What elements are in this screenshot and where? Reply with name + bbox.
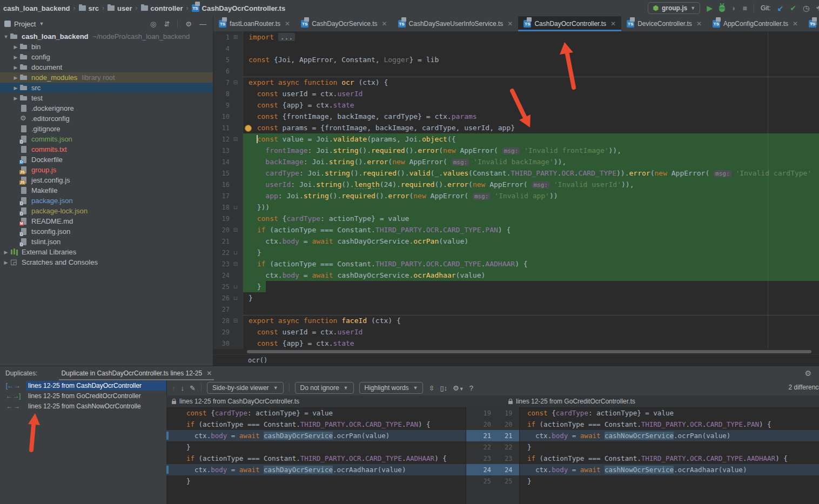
stop-button[interactable]: ■	[742, 4, 747, 12]
editor-tab[interactable]: TSDeviceController.ts✕	[621, 16, 707, 31]
run-button[interactable]: ▶	[707, 4, 713, 12]
tree-row[interactable]: MREADME.md	[0, 216, 213, 226]
tree-row[interactable]: Makefile	[0, 185, 213, 196]
breadcrumb-item[interactable]: cash_loan_backend	[3, 4, 70, 12]
tree-row[interactable]: ▶src	[0, 83, 213, 93]
tab-close-icon[interactable]: ✕	[382, 20, 387, 28]
fold-marker-icon[interactable]: ⊟	[230, 227, 241, 233]
rollback-button[interactable]: ⟲	[816, 4, 819, 12]
debug-button[interactable]	[719, 5, 725, 12]
editor-line[interactable]: 9 const {app} = ctx.state	[213, 99, 819, 111]
breadcrumb-item[interactable]: TSCashDayOcrController.ts	[192, 4, 286, 12]
editor-tab[interactable]: TSCashDaySaveUserInfoService.ts✕	[393, 16, 519, 31]
fold-marker-icon[interactable]: ⊟	[230, 318, 241, 324]
git-commit-button[interactable]: ✔	[790, 4, 796, 12]
tree-row[interactable]: .gitignore	[0, 124, 213, 134]
editor-line[interactable]: 6	[213, 65, 819, 77]
fold-marker-icon[interactable]: ⊔	[230, 295, 241, 301]
tree-row[interactable]: ▶document	[0, 62, 213, 72]
tree-row[interactable]: DDockerfile	[0, 154, 213, 165]
editor-line[interactable]: 5const {Joi, AppError, Constant, Logger}…	[213, 54, 819, 65]
fold-marker-icon[interactable]: ⊞	[230, 34, 241, 40]
tab-close-icon[interactable]: ✕	[793, 20, 798, 28]
editor-line[interactable]: 1⊞import ...	[213, 31, 819, 43]
editor-line[interactable]: 4	[213, 43, 819, 54]
tree-row[interactable]: ▶node_moduleslibrary root	[0, 72, 213, 83]
tree-expand-arrow[interactable]: ▶	[12, 85, 19, 91]
collapse-unchanged-icon[interactable]: ⇳	[428, 384, 434, 392]
editor-line[interactable]: 11 const params = {frontImage, backImage…	[213, 122, 819, 133]
fold-marker-icon[interactable]: ⊟	[230, 79, 241, 85]
diff-left-pane[interactable]: const {cardType: actionType} = valueif (…	[166, 407, 466, 504]
fold-marker-icon[interactable]: ⊟	[230, 136, 241, 142]
tree-row[interactable]: {}package-lock.json	[0, 206, 213, 216]
coverage-button[interactable]: ◗	[731, 4, 736, 12]
editor-line[interactable]: 18⊔ }))	[213, 201, 819, 213]
tree-row[interactable]: {}package.json	[0, 196, 213, 206]
fold-marker-icon[interactable]: ⊔	[230, 204, 241, 210]
project-tool-window-button[interactable]: Project ▼	[0, 20, 44, 28]
editor-line[interactable]: 23⊟ if (actionType === Constant.THIRD_PA…	[213, 258, 819, 270]
editor-line[interactable]: 21 ctx.body = await cashDayOcrService.oc…	[213, 236, 819, 247]
tree-row[interactable]: ▶Scratches and Consoles	[0, 257, 213, 267]
tab-close-icon[interactable]: ✕	[696, 20, 702, 28]
tree-row[interactable]: {}tslint.json	[0, 237, 213, 247]
code-editor[interactable]: 1⊞import ...45const {Joi, AppError, Cons…	[213, 31, 819, 349]
editor-line[interactable]: 7⊟export async function ocr (ctx) {	[213, 77, 819, 88]
previous-difference-button[interactable]: ↑	[172, 384, 176, 392]
diff-right-pane[interactable]: const {cardType: actionType} = valueif (…	[520, 407, 819, 504]
whitespace-policy-select[interactable]: Do not ignore ▼	[295, 382, 354, 394]
fold-marker-icon[interactable]: ⊟	[230, 261, 241, 267]
edit-source-icon[interactable]: ✎	[190, 384, 196, 392]
editor-line[interactable]: 13 frontImage: Joi.string().required().e…	[213, 145, 819, 156]
tab-close-icon[interactable]: ✕	[507, 20, 513, 28]
tree-expand-arrow[interactable]: ▶	[12, 75, 19, 80]
tree-row[interactable]: {}commits.json	[0, 134, 213, 144]
duplicates-result-tab[interactable]: Duplicate in CashDayOcrController.ts lin…	[59, 366, 214, 380]
editor-line[interactable]: 28⊟export async function faceId (ctx) {	[213, 315, 819, 326]
breadcrumb-item[interactable]: user	[108, 4, 132, 12]
duplicate-list-item[interactable]: ← →lines 12-25 from CashNowOcrControlle	[0, 401, 166, 411]
tree-expand-arrow[interactable]: ▼	[2, 34, 10, 39]
tab-close-icon[interactable]: ✕	[285, 20, 290, 28]
tree-row[interactable]: .editorconfig	[0, 113, 213, 124]
collapse-all-button[interactable]: ⇵	[164, 20, 170, 28]
duplicate-list-item[interactable]: [← →lines 12-25 from CashDayOcrControlle…	[0, 381, 166, 391]
tree-expand-arrow[interactable]: ▶	[2, 260, 10, 265]
tree-expand-arrow[interactable]: ▶	[12, 96, 19, 101]
editor-line[interactable]: 26⊔}	[213, 292, 819, 304]
duplicate-list-item[interactable]: ← →]lines 12-25 from GoCreditOcrControll…	[0, 391, 166, 401]
highlight-mode-select[interactable]: Highlight words ▼	[359, 382, 424, 394]
breadcrumb-item[interactable]: controller	[141, 4, 183, 12]
history-icon[interactable]: ◷	[803, 4, 809, 12]
fold-marker-icon[interactable]: ⊔	[230, 284, 241, 290]
tree-expand-arrow[interactable]: ▶	[2, 250, 10, 255]
tree-row[interactable]: JSjest.config.js	[0, 175, 213, 185]
editor-line[interactable]: 20⊟ if (actionType === Constant.THIRD_PA…	[213, 224, 819, 236]
tree-expand-arrow[interactable]: ▶	[12, 44, 19, 50]
viewer-mode-select[interactable]: Side-by-side viewer ▼	[207, 382, 284, 394]
editor-line[interactable]: 30 const {app} = ctx.state	[213, 338, 819, 349]
hide-panel-button[interactable]: —	[199, 20, 206, 28]
settings-gear-icon[interactable]: ⚙	[185, 20, 192, 28]
editor-tab[interactable]: TSAppConfigController.ts✕	[707, 16, 803, 31]
editor-line[interactable]: 15 cardType: Joi.string().required().val…	[213, 167, 819, 179]
tree-row[interactable]: {}tsconfig.json	[0, 226, 213, 237]
tree-expand-arrow[interactable]: ▶	[12, 55, 19, 60]
git-update-button[interactable]: ↙	[777, 4, 784, 12]
editor-line[interactable]: 25⊔ }	[213, 281, 819, 292]
editor-line[interactable]: 14 backImage: Joi.string().error(new App…	[213, 156, 819, 167]
sync-scroll-icon[interactable]: ▯↕	[440, 384, 447, 392]
tree-row[interactable]: ▶test	[0, 93, 213, 103]
locate-file-button[interactable]: ◎	[150, 20, 156, 28]
editor-line[interactable]: 22⊔ }	[213, 247, 819, 258]
tree-row[interactable]: commits.txt	[0, 144, 213, 154]
tree-row[interactable]: .dockerignore	[0, 103, 213, 113]
diff-settings-gear-icon[interactable]: ⚙▼	[453, 384, 464, 392]
tree-row[interactable]: ▶bin	[0, 42, 213, 52]
next-difference-button[interactable]: ↓	[181, 384, 185, 392]
editor-line[interactable]: 10 const {frontImage, backImage, cardTyp…	[213, 111, 819, 122]
editor-line[interactable]: 16 userId: Joi.string().length(24).requi…	[213, 179, 819, 190]
editor-tab[interactable]: TSCashDayOcrController.ts✕	[518, 16, 621, 31]
tree-expand-arrow[interactable]: ▶	[12, 65, 19, 70]
